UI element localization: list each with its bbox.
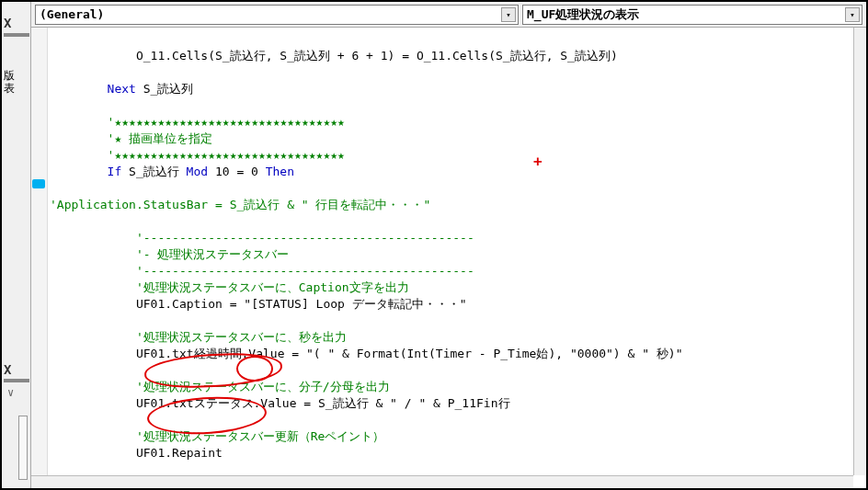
code-content[interactable]: O_11.Cells(S_読込行, S_読込列 + 6 + 1) = O_11.… bbox=[50, 31, 853, 475]
code-line: O_11.Cells(S_読込行, S_読込列 + 6 + 1) = O_11.… bbox=[50, 49, 618, 63]
object-dropdown-value: (General) bbox=[40, 7, 104, 21]
code-line: '- 処理状況ステータスバー bbox=[50, 247, 289, 261]
chevron-down-icon[interactable]: ∨ bbox=[7, 386, 14, 399]
code-line: UF01.txt経過時間.Value = "( " & Format(Int(T… bbox=[50, 347, 682, 360]
close-button-top[interactable]: X bbox=[4, 16, 11, 30]
horizontal-scrollbar[interactable] bbox=[31, 475, 853, 488]
dropdown-arrow-icon[interactable]: ▾ bbox=[501, 7, 516, 22]
divider-top bbox=[4, 33, 29, 37]
dropdown-arrow-icon[interactable]: ▾ bbox=[845, 7, 860, 22]
code-line: '処理状況ステータスバー更新（Reペイント） bbox=[50, 429, 384, 443]
code-line: UF01.Caption = "[STATUS] Loop データ転記中・・・" bbox=[50, 297, 467, 311]
mini-scrollbar[interactable] bbox=[18, 416, 28, 480]
code-line: If S_読込行 Mod 10 = 0 Then bbox=[50, 165, 294, 178]
code-margin bbox=[31, 28, 48, 475]
code-line: '★ 描画単位を指定 bbox=[50, 131, 212, 145]
procedure-dropdown[interactable]: M_UF処理状況の表示 ▾ bbox=[522, 5, 862, 25]
code-line: '処理状況ステータスバーに、分子/分母を出力 bbox=[50, 380, 390, 393]
vertical-scrollbar[interactable] bbox=[853, 28, 866, 475]
code-line: '★★★★★★★★★★★★★★★★★★★★★★★★★★★★★★★★ bbox=[50, 115, 345, 129]
left-sidebar: X 版表 X ∨ bbox=[2, 2, 31, 488]
object-dropdown[interactable]: (General) ▾ bbox=[35, 5, 519, 25]
dropdown-bar: (General) ▾ M_UF処理状況の表示 ▾ bbox=[31, 2, 866, 28]
code-line: '★★★★★★★★★★★★★★★★★★★★★★★★★★★★★★★★ bbox=[50, 148, 345, 162]
code-line: '処理状況ステータスバーに、秒を出力 bbox=[50, 330, 347, 344]
divider-bottom bbox=[4, 379, 29, 382]
code-line: '---------------------------------------… bbox=[50, 264, 474, 278]
code-line: '---------------------------------------… bbox=[50, 231, 474, 245]
panel-label: 版表 bbox=[4, 69, 15, 95]
code-line: '処理状況ステータスバーに、Caption文字を出力 bbox=[50, 280, 409, 294]
code-line: UF01.Repaint bbox=[50, 446, 223, 460]
code-editor[interactable]: O_11.Cells(S_読込行, S_読込列 + 6 + 1) = O_11.… bbox=[31, 28, 853, 475]
code-line: Next S_読込列 bbox=[50, 82, 193, 96]
procedure-dropdown-value: M_UF処理状況の表示 bbox=[527, 6, 639, 23]
code-line: 'Application.StatusBar = S_読込行 & " 行目を転記… bbox=[50, 198, 430, 211]
close-button-bottom[interactable]: X bbox=[4, 362, 11, 377]
code-line: UF01.txtステータス.Value = S_読込行 & " / " & P_… bbox=[50, 396, 510, 410]
margin-marker-icon bbox=[32, 179, 45, 188]
